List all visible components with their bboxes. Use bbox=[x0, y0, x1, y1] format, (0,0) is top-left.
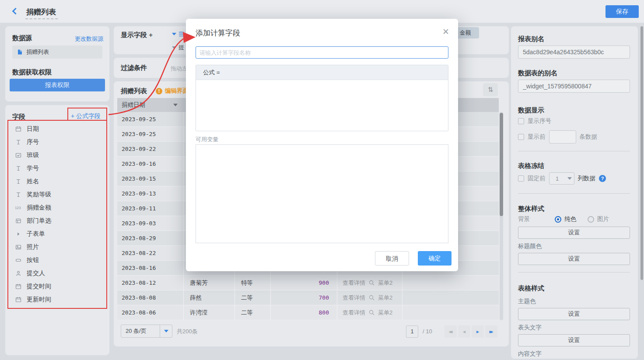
display-field-chip[interactable]: ☰ bbox=[172, 31, 184, 38]
chevron-down-icon bbox=[567, 177, 572, 180]
report-designer-page: 捐赠列表 保存 数据源 更改数据源 捐赠列表 数据获取权限 报表权限 字段 + … bbox=[0, 0, 644, 360]
field-list-item[interactable]: 更新时间 bbox=[5, 293, 109, 306]
image-radio[interactable] bbox=[588, 216, 594, 223]
table-row[interactable]: 2023-08-08 薛然 二等 700 查看详情 菜单2 bbox=[117, 290, 499, 305]
modal-title: 添加计算字段 bbox=[196, 28, 240, 38]
column-header-date[interactable]: 捐赠日期 bbox=[117, 101, 184, 109]
back-icon[interactable] bbox=[11, 7, 20, 16]
edit-ui-link[interactable]: ! 编辑界面 bbox=[156, 87, 189, 95]
table-scrollbar-thumb[interactable] bbox=[500, 113, 503, 216]
cell-actions: 查看详情 菜单2 bbox=[337, 290, 402, 305]
save-button[interactable]: 保存 bbox=[606, 5, 639, 18]
cancel-button[interactable]: 取消 bbox=[375, 251, 409, 266]
field-list-item[interactable]: 班级 bbox=[5, 149, 109, 162]
magnifier-icon[interactable] bbox=[368, 294, 375, 301]
view-detail-link[interactable]: 查看详情 bbox=[343, 279, 365, 287]
field-list-item[interactable]: 序号 bbox=[5, 136, 109, 149]
page-number-input[interactable]: 1 bbox=[406, 325, 418, 338]
solid-color-radio[interactable] bbox=[555, 216, 561, 223]
image-label: 图片 bbox=[597, 215, 609, 223]
view-detail-link[interactable]: 查看详情 bbox=[343, 294, 365, 302]
edit-ui-label: 编辑界面 bbox=[165, 87, 189, 95]
datasource-item[interactable]: 捐赠列表 bbox=[12, 45, 102, 59]
add-formula-field-button[interactable]: + 公式字段 bbox=[71, 112, 101, 120]
menu2-link[interactable]: 菜单2 bbox=[378, 279, 392, 287]
field-list-item[interactable]: 子表单 bbox=[5, 227, 109, 241]
filter-drop-hint: 拖动左 bbox=[171, 65, 188, 73]
datasource-heading: 数据源 bbox=[12, 34, 32, 42]
table-alias-heading: 数据表的别名 bbox=[518, 69, 557, 77]
table-row[interactable]: 2023-08-06 许湾滢 二等 800 查看详情 菜单2 bbox=[117, 305, 499, 320]
cell-name: 薛然 bbox=[184, 290, 235, 305]
show-first-checkbox[interactable] bbox=[518, 134, 524, 140]
data-display-heading: 数据显示 bbox=[518, 106, 544, 115]
table-alias-input[interactable] bbox=[518, 80, 630, 93]
last-page-button[interactable]: ▸▸ bbox=[485, 325, 497, 338]
warning-icon: ! bbox=[156, 88, 162, 94]
cell-grade: 二等 bbox=[235, 290, 271, 305]
field-list-item[interactable]: 日期 bbox=[5, 122, 109, 136]
table-heading: 捐赠列表 bbox=[121, 87, 147, 95]
cell-amount: 700 bbox=[271, 290, 337, 305]
menu2-link[interactable]: 菜单2 bbox=[378, 309, 392, 317]
title-color-label: 标题颜色 bbox=[518, 242, 542, 250]
first-page-button[interactable]: ◂◂ bbox=[444, 325, 457, 338]
report-permission-button[interactable]: 报表权限 bbox=[10, 79, 105, 91]
field-type-icon bbox=[15, 257, 22, 264]
freeze-count-select[interactable]: 1 bbox=[549, 172, 574, 185]
cell-date: 2023-09-25 bbox=[117, 127, 184, 141]
field-list-item[interactable]: 姓名 bbox=[5, 175, 109, 188]
show-index-checkbox[interactable] bbox=[518, 118, 524, 124]
freeze-label: 固定前 bbox=[528, 175, 546, 182]
table-row[interactable]: 2023-08-12 唐菊芳 特等 900 查看详情 菜单2 bbox=[117, 276, 499, 290]
divider bbox=[518, 193, 630, 194]
add-display-field-icon[interactable]: + bbox=[149, 31, 153, 38]
field-list-item[interactable]: 照片 bbox=[5, 241, 109, 254]
display-field-chip[interactable]: 提 bbox=[172, 44, 184, 52]
freeze-checkbox[interactable] bbox=[518, 175, 524, 182]
show-index-row: 显示序号 bbox=[518, 117, 551, 125]
field-type-icon: 123 bbox=[15, 204, 22, 211]
prev-page-button[interactable]: ◂ bbox=[458, 325, 470, 338]
next-page-button[interactable]: ▸ bbox=[472, 325, 484, 338]
title-color-setting-button[interactable]: 设置 bbox=[518, 253, 630, 265]
show-first-count-input[interactable] bbox=[549, 130, 576, 143]
page-size-select[interactable]: 20 条/页 bbox=[121, 325, 172, 338]
change-datasource-link[interactable]: 更改数据源 bbox=[75, 35, 103, 43]
theme-color-setting-button[interactable]: 设置 bbox=[518, 308, 630, 320]
calc-field-name-input[interactable] bbox=[196, 46, 448, 59]
freeze-unit-label: 列数据 bbox=[578, 175, 596, 182]
field-list-item[interactable]: 提交时间 bbox=[5, 280, 109, 293]
page-scrollbar-thumb[interactable] bbox=[640, 26, 643, 280]
report-alias-input[interactable] bbox=[518, 45, 630, 59]
fields-panel: 字段 + 公式字段 日期 序号 班级 学号 姓名 bbox=[5, 105, 109, 355]
add-calc-field-modal: 添加计算字段 ✕ 公式 = 可用变量 取消 确定 bbox=[186, 19, 458, 271]
confirm-button[interactable]: 确定 bbox=[418, 251, 452, 266]
magnifier-icon[interactable] bbox=[368, 280, 375, 286]
fields-heading: 字段 bbox=[12, 113, 25, 121]
field-list-item[interactable]: 部门单选 bbox=[5, 214, 109, 227]
field-list-item[interactable]: 提交人 bbox=[5, 267, 109, 280]
variables-label: 可用变量 bbox=[196, 136, 218, 143]
close-icon[interactable]: ✕ bbox=[442, 27, 449, 37]
header-text-setting-button[interactable]: 设置 bbox=[518, 334, 630, 346]
total-pages-label: / 10 bbox=[423, 328, 432, 335]
field-list-item[interactable]: 123 捐赠金额 bbox=[5, 201, 109, 214]
view-detail-link[interactable]: 查看详情 bbox=[343, 309, 365, 317]
background-label: 背景 bbox=[518, 215, 555, 223]
divider bbox=[518, 151, 630, 151]
cell-actions: 查看详情 菜单2 bbox=[337, 276, 402, 290]
cell-empty bbox=[402, 290, 499, 305]
field-list-item[interactable]: 奖励等级 bbox=[5, 188, 109, 201]
field-list-item[interactable]: 学号 bbox=[5, 162, 109, 175]
formula-editor[interactable]: 公式 = bbox=[196, 65, 448, 131]
menu2-link[interactable]: 菜单2 bbox=[378, 294, 392, 302]
help-icon[interactable]: ? bbox=[599, 175, 606, 182]
background-setting-button[interactable]: 设置 bbox=[518, 227, 630, 239]
chip-label: 提 bbox=[178, 44, 184, 52]
cell-date: 2023-09-11 bbox=[117, 201, 184, 216]
cell-name: 许湾滢 bbox=[184, 305, 235, 320]
field-list-item[interactable]: 按钮 bbox=[5, 254, 109, 267]
magnifier-icon[interactable] bbox=[368, 309, 375, 316]
sort-button[interactable]: ⇅ bbox=[483, 83, 498, 96]
